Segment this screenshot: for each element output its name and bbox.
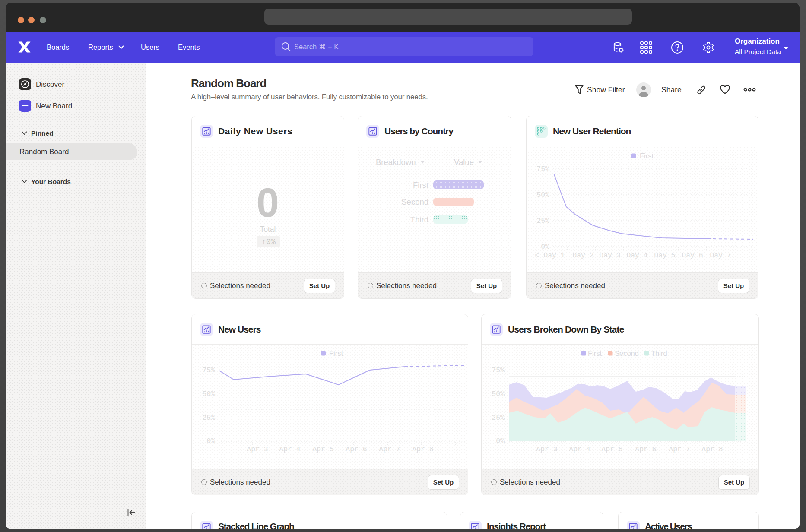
svg-text:25%: 25% [202, 414, 215, 422]
svg-text:50%: 50% [202, 390, 215, 398]
svg-text:50%: 50% [536, 191, 549, 199]
svg-text:50%: 50% [492, 390, 505, 398]
svg-text:Day 7: Day 7 [710, 251, 731, 260]
svg-text:Apr 3: Apr 3 [536, 445, 558, 453]
svg-text:Day 5: Day 5 [654, 251, 676, 260]
svg-text:First: First [640, 152, 654, 160]
svg-text:Apr 7: Apr 7 [379, 445, 400, 453]
svg-text:Apr 6: Apr 6 [635, 445, 657, 453]
svg-text:Apr 3: Apr 3 [247, 445, 268, 453]
svg-text:Second: Second [615, 349, 639, 357]
svg-text:First: First [588, 349, 602, 357]
svg-text:First: First [329, 349, 343, 357]
svg-text:Apr 5: Apr 5 [312, 445, 334, 453]
svg-text:Day 3: Day 3 [599, 251, 621, 260]
svg-text:25%: 25% [536, 217, 549, 225]
svg-text:Day 4: Day 4 [626, 251, 648, 260]
svg-text:25%: 25% [492, 414, 505, 422]
svg-text:Apr 4: Apr 4 [279, 445, 301, 453]
svg-text:Day 6: Day 6 [682, 251, 703, 260]
svg-text:75%: 75% [202, 366, 215, 374]
svg-text:Day 1: Day 1 [543, 251, 565, 260]
svg-text:Third: Third [651, 349, 667, 357]
svg-text:Apr 8: Apr 8 [412, 445, 434, 453]
svg-text:<: < [535, 251, 539, 260]
svg-text:Apr 5: Apr 5 [601, 445, 623, 453]
svg-text:Apr 6: Apr 6 [346, 445, 367, 453]
svg-text:0%: 0% [206, 437, 215, 445]
svg-text:0%: 0% [541, 243, 549, 251]
svg-text:Apr 4: Apr 4 [569, 445, 590, 453]
svg-text:75%: 75% [536, 165, 549, 173]
svg-text:Day 2: Day 2 [572, 251, 594, 260]
svg-text:Apr 8: Apr 8 [701, 445, 723, 453]
svg-text:Apr 7: Apr 7 [669, 445, 690, 453]
svg-text:75%: 75% [492, 366, 505, 374]
svg-text:0%: 0% [496, 437, 505, 445]
